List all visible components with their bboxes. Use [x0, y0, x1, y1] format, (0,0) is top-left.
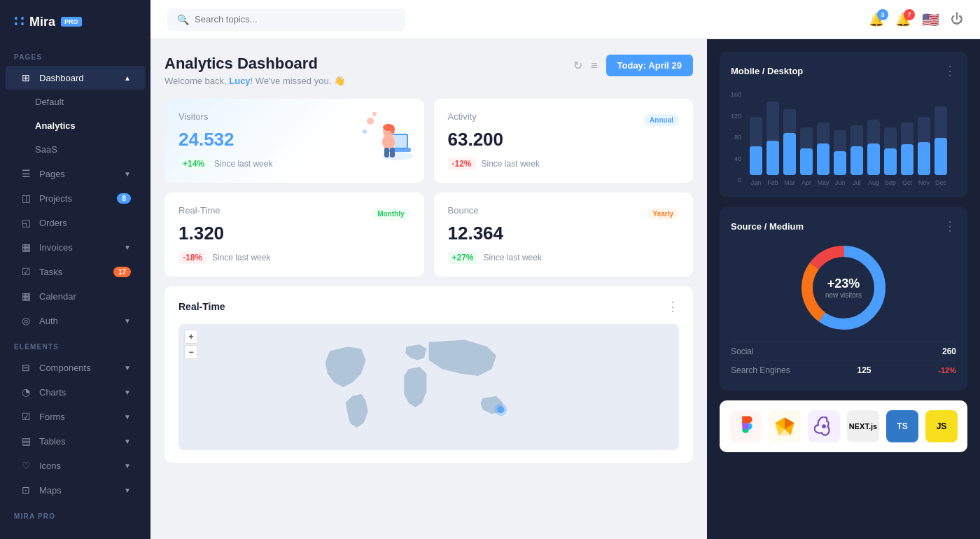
bar-group: Jun — [834, 130, 846, 186]
sidebar-item-calendar[interactable]: ▦ Calendar — [6, 284, 145, 308]
bar-group: May — [817, 122, 830, 186]
chevron-icon: ▼ — [124, 438, 131, 445]
sidebar-item-icons[interactable]: ♡ Icons ▼ — [6, 454, 145, 477]
forms-icon: ☑ — [20, 411, 32, 422]
bar-inner — [884, 148, 897, 175]
stats-row-top: Visitors 24.532 +14% Since last week — [164, 99, 693, 183]
pro-badge: PRO — [61, 17, 82, 27]
bar-outer — [783, 109, 796, 175]
chevron-icon: ▼ — [124, 388, 131, 396]
projects-badge: 8 — [117, 193, 131, 204]
bar-group: Sep — [884, 127, 897, 186]
sidebar-item-forms[interactable]: ☑ Forms ▼ — [6, 405, 145, 428]
bar-label: Jul — [853, 179, 861, 186]
activity-footer: -12% Since last week — [448, 158, 680, 170]
power-button[interactable]: ⏻ — [951, 12, 963, 27]
svg-rect-8 — [384, 148, 389, 158]
svg-point-10 — [367, 118, 374, 125]
bar-group: Jul — [850, 125, 863, 186]
bar-label: Jun — [835, 179, 846, 186]
sidebar-item-dashboard[interactable]: ⊞ Dashboard ▲ — [6, 66, 145, 90]
bar-label: Oct — [902, 179, 912, 186]
map-zoom-out[interactable]: − — [184, 345, 198, 359]
sidebar-item-invoices[interactable]: ▦ Invoices ▼ — [6, 235, 145, 259]
map-controls: + − — [184, 330, 198, 359]
sidebar-item-default[interactable]: Default — [6, 90, 145, 113]
bounce-title: Bounce — [448, 205, 479, 216]
sidebar-item-orders[interactable]: ◱ Orders — [6, 211, 145, 234]
header-actions: 🔔 3 🔔 7 🇺🇸 ⏻ — [869, 11, 963, 28]
nextjs-logo: NEXT.js — [847, 410, 879, 442]
orders-icon: ◱ — [20, 217, 32, 228]
sidebar-item-analytics[interactable]: Analytics — [6, 114, 145, 137]
alerts-button[interactable]: 🔔 7 — [895, 12, 911, 27]
bounce-badge: Yearly — [648, 208, 679, 220]
bar-label: Mar — [784, 179, 795, 186]
mobile-desktop-chart: Mobile / Desktop ⋮ 160 120 80 40 0 — [720, 52, 967, 197]
bounce-change-label: Since last week — [484, 253, 542, 262]
svg-point-14 — [494, 403, 507, 416]
sidebar-item-components[interactable]: ⊟ Components ▼ — [6, 356, 145, 379]
bar-group: Mar — [783, 109, 796, 186]
bar-outer — [867, 120, 880, 175]
visitors-title: Visitors — [178, 111, 208, 122]
language-selector[interactable]: 🇺🇸 — [922, 11, 939, 28]
sidebar-item-tables[interactable]: ▤ Tables ▼ — [6, 429, 145, 453]
bar-outer — [918, 117, 930, 175]
sidebar-item-auth[interactable]: ◎ Auth ▼ — [6, 309, 145, 332]
sidebar-item-tasks[interactable]: ☑ Tasks 17 — [6, 260, 145, 284]
dashboard-icon: ⊞ — [20, 72, 32, 83]
sidebar-item-maps[interactable]: ⊡ Maps ▼ — [6, 478, 145, 502]
sidebar: ∷ Mira PRO PAGES ⊞ Dashboard ▲ Default A… — [0, 0, 150, 539]
sidebar-item-charts[interactable]: ◔ Charts ▼ — [6, 380, 145, 404]
activity-card: Activity Annual 63.200 -12% Since last w… — [434, 99, 694, 183]
sidebar-item-label: Orders — [39, 218, 67, 228]
sidebar-item-saas[interactable]: SaaS — [6, 138, 145, 161]
alerts-badge: 7 — [904, 9, 915, 20]
main-content: Analytics Dashboard Welcome back, Lucy! … — [150, 39, 707, 539]
flag-icon: 🇺🇸 — [922, 12, 939, 27]
source-rows: Social 260 Search Engines 125 -12% — [731, 342, 956, 379]
sidebar-item-label: Analytics — [35, 120, 76, 131]
search-input[interactable] — [195, 14, 396, 24]
top-bar: 🔍 🔔 3 🔔 7 🇺🇸 ⏻ — [150, 0, 980, 39]
today-button[interactable]: Today: April 29 — [606, 55, 693, 76]
map-more-icon[interactable]: ⋮ — [666, 299, 679, 314]
realtime-title: Real-Time — [178, 205, 220, 216]
bar-outer — [884, 127, 897, 175]
mobile-desktop-title: Mobile / Desktop — [731, 66, 803, 76]
source-more-icon[interactable]: ⋮ — [944, 218, 956, 234]
sidebar-item-label: Auth — [39, 316, 58, 326]
svg-point-11 — [372, 112, 377, 116]
notifications-button[interactable]: 🔔 3 — [869, 12, 884, 27]
bar-outer — [850, 125, 863, 175]
maps-icon: ⊡ — [20, 484, 32, 496]
chart-more-icon[interactable]: ⋮ — [944, 63, 956, 78]
chevron-icon: ▲ — [124, 74, 131, 82]
elements-section-label: ELEMENTS — [0, 333, 150, 355]
bar-inner — [800, 148, 813, 175]
bar-label: Sep — [885, 179, 896, 186]
sidebar-item-label: Default — [35, 97, 64, 107]
bar-inner — [817, 144, 830, 175]
bar-inner — [766, 141, 779, 175]
source-medium-title: Source / Medium — [731, 221, 804, 232]
svg-point-7 — [391, 125, 395, 134]
filter-icon[interactable]: ≡ — [591, 59, 597, 72]
bar-chart-bars: Jan Feb Mar Apr May Jun Jul Aug — [747, 88, 950, 186]
bar-inner — [918, 142, 930, 175]
bar-group: Dec — [934, 106, 947, 186]
sidebar-item-label: Invoices — [39, 242, 73, 253]
refresh-icon[interactable]: ↻ — [573, 59, 582, 72]
sidebar-item-pages[interactable]: ☰ Pages ▼ — [6, 162, 145, 186]
bar-inner — [850, 146, 863, 175]
map-zoom-in[interactable]: + — [184, 330, 198, 344]
stats-row-bottom: Real-Time Monthly 1.320 -18% Since last … — [164, 192, 693, 276]
activity-change: -12% — [448, 158, 476, 170]
search-bar[interactable]: 🔍 — [167, 8, 405, 31]
sidebar-item-projects[interactable]: ◫ Projects 8 — [6, 186, 145, 210]
map-section: Real-Time ⋮ + − — [164, 286, 693, 463]
source-name: Social — [731, 346, 754, 356]
svg-point-12 — [363, 130, 367, 134]
charts-icon: ◔ — [20, 386, 32, 398]
